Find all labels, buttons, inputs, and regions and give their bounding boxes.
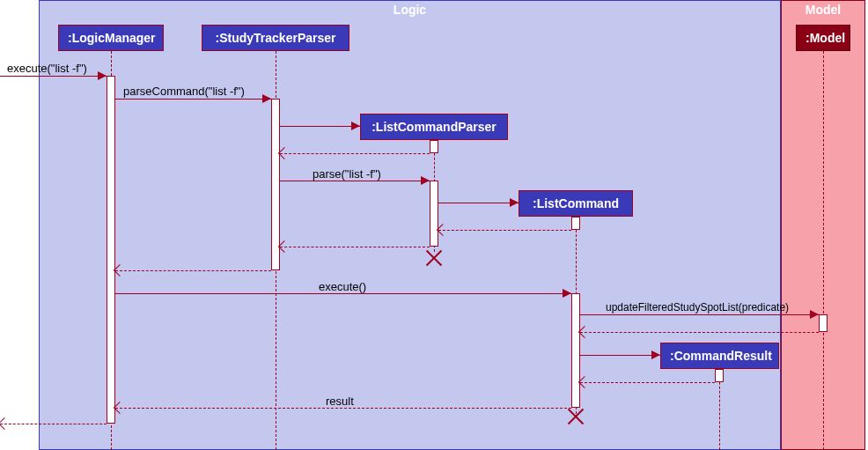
arrow-head-create-lc [510,198,519,207]
destroy-lc [567,408,585,425]
participant-command-result: :CommandResult [660,343,779,369]
arrow-create-cr [580,355,660,356]
arrow-m4 [115,293,571,294]
activation-list-command-1 [571,217,580,230]
frame-model-label: Model [805,1,841,18]
destroy-lcp [425,249,443,267]
msg-execute: execute() [319,280,366,293]
activation-list-command-parser-1 [430,140,438,153]
participant-list-command-parser-label: :ListCommandParser [371,120,497,134]
arrow-return-cr-lc [580,382,715,383]
arrow-return-lc-create [438,230,571,231]
arrow-head-m5 [810,310,819,319]
arrow-head-create-cr [651,350,660,359]
arrow-head-m3 [421,176,430,185]
activation-command-result [715,369,724,382]
arrow-return-stp-lm [115,270,271,271]
arrow-head-return-final [0,417,11,430]
participant-model: :Model [796,25,850,51]
msg-update-filtered: updateFilteredStudySpotList(predicate) [606,301,789,314]
activation-list-command-2 [571,293,580,408]
arrow-head-m1 [98,71,107,80]
activation-list-command-parser-2 [430,181,438,247]
arrow-create-lc [438,203,519,203]
participant-command-result-label: :CommandResult [670,349,772,363]
arrow-create-lcp [280,126,360,127]
participant-logic-manager: :LogicManager [58,25,164,51]
participant-study-tracker-parser: :StudyTrackerParser [202,25,349,51]
arrow-return-lcp-create [280,153,430,154]
activation-model [819,314,828,332]
arrow-m6 [115,408,571,409]
participant-model-label: :Model [805,31,845,45]
arrow-m2 [115,99,271,100]
msg-result: result [326,395,354,408]
participant-list-command-label: :ListCommand [533,196,619,210]
arrow-m3 [280,181,430,181]
arrow-head-m4 [563,289,571,298]
msg-parse-command: parseCommand("list -f") [123,85,245,98]
participant-study-tracker-parser-label: :StudyTrackerParser [216,31,336,45]
arrow-m1 [0,76,107,77]
lifeline-model [823,51,824,450]
arrow-head-m2 [262,94,271,103]
frame-logic-label: Logic [394,1,426,18]
activation-logic-manager [107,76,115,424]
participant-logic-manager-label: :LogicManager [68,31,156,45]
arrow-return-lcp-stp [280,247,430,247]
arrow-m5 [580,314,819,315]
arrow-return-final [0,424,107,424]
msg-parse: parse("list -f") [313,167,381,181]
msg-execute-list-f: execute("list -f") [7,62,87,75]
participant-list-command-parser: :ListCommandParser [360,114,508,140]
participant-list-command: :ListCommand [519,190,633,217]
arrow-return-model-lc [580,332,819,333]
arrow-head-create-lcp [351,122,360,130]
